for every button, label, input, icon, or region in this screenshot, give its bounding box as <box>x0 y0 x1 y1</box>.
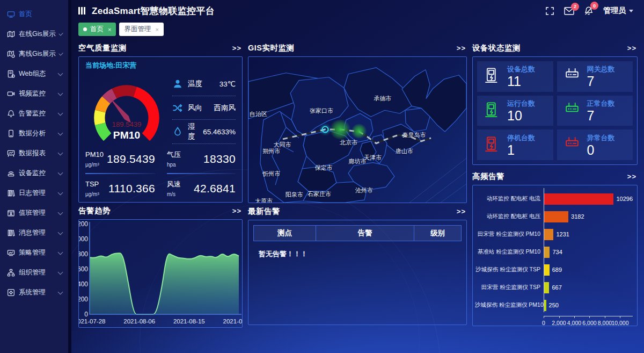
column-center: GIS实时监测 >> <box>248 40 467 353</box>
freq-bar[interactable] <box>544 193 613 205</box>
device-more-link[interactable]: >> <box>627 44 636 52</box>
sidebar-item-org[interactable]: 组织管理 <box>0 263 68 283</box>
air-panel-header: 空气质量监测 >> <box>78 41 241 55</box>
map-offline-icon <box>7 50 15 58</box>
env-stat-label: 风向 <box>188 103 202 113</box>
air-metric: 气压hpa18330 <box>167 149 236 174</box>
map-city-label: 忻州市 <box>262 169 280 177</box>
env-stat-row: 风向西南风 <box>172 96 236 120</box>
env-stat-row: 温度33℃ <box>172 72 236 96</box>
collapse-menu-icon[interactable] <box>78 7 86 15</box>
close-icon[interactable]: × <box>155 26 158 33</box>
green-glow-marker[interactable] <box>330 119 351 139</box>
sidebar-item-report[interactable]: 数据报表 <box>0 143 68 163</box>
device-card-label: 网关总数 <box>587 65 615 73</box>
books-icon <box>7 189 15 197</box>
device-card-label: 正常台数 <box>587 99 615 107</box>
device-card-value: 7 <box>587 108 595 123</box>
sidebar-item-label: 告警监控 <box>19 109 46 118</box>
charge-pile-icon <box>484 135 501 155</box>
tab-ui-manage[interactable]: 界面管理× <box>119 23 163 36</box>
dashboard-content: 空气质量监测 >> 当前场地:田宋营 <box>71 39 644 353</box>
messages-mail-icon[interactable]: 2 <box>564 7 574 15</box>
env-stat-label: 湿度 <box>188 122 198 141</box>
sidebar-item-label: 消息管理 <box>19 228 46 237</box>
svg-text:600: 600 <box>79 265 88 273</box>
gateway-icon <box>564 67 581 86</box>
messages-badge: 2 <box>571 3 579 11</box>
latest-panel-title: 最新告警 <box>248 206 280 217</box>
sidebar-nav: 首页在线Gis展示离线Gis展示Web组态视频监控告警监控数据分析数据报表设备监… <box>0 4 68 302</box>
report-board-icon <box>7 149 15 157</box>
sidebar-item-label: 组织管理 <box>19 268 46 277</box>
gis-map[interactable]: 自治区承德市张家口市秦皇岛市大同市朔州市北京市唐山市天津市廊坊市保定市忻州市阳泉… <box>248 56 467 203</box>
sidebar-item-home[interactable]: 首页 <box>0 4 68 24</box>
freq-more-link[interactable]: >> <box>627 172 636 181</box>
map-city-label: 阳泉市 <box>286 191 303 199</box>
sidebar-item-online-gis[interactable]: 在线Gis展示 <box>0 24 68 44</box>
freq-bar-label: 动环监控 配电柜 电压 <box>475 213 544 220</box>
device-status-card: 运行台数10 <box>477 96 553 126</box>
tab-home[interactable]: 首页× <box>78 23 116 36</box>
device-status-card: 网关总数7 <box>557 61 633 92</box>
trend-more-link[interactable]: >> <box>232 207 241 215</box>
sidebar-item-label: Web组态 <box>19 69 46 78</box>
sidebar-item-message[interactable]: 消息管理 <box>0 223 68 243</box>
env-stat-value: 65.4633% <box>203 128 236 136</box>
sidebar-item-duty[interactable]: 值班管理 <box>0 203 68 223</box>
sidebar-item-device[interactable]: 设备监控 <box>0 163 68 183</box>
alarm-table-header: 测点告警级别 <box>253 225 462 241</box>
map-city-label: 天津市 <box>364 153 382 161</box>
sidebar-item-label: 设备监控 <box>19 169 46 178</box>
device-card-value: 11 <box>507 74 521 89</box>
freq-bar[interactable] <box>544 211 568 222</box>
trend-panel-header: 告警趋势 >> <box>78 204 241 218</box>
alerts-bell-mute-icon[interactable]: 0 <box>584 6 594 16</box>
alarm-table-body: 暂无告警！！！ <box>253 241 462 267</box>
tab-label: 首页 <box>90 25 104 34</box>
freq-bar[interactable] <box>544 282 549 293</box>
chevron-down-icon <box>58 130 63 135</box>
latest-more-link[interactable]: >> <box>457 207 466 215</box>
station-ring-marker[interactable] <box>321 126 328 133</box>
metric-unit: µg/m³ <box>85 162 99 168</box>
metric-name: PM10 <box>85 150 104 159</box>
fullscreen-icon[interactable] <box>545 6 554 16</box>
freq-axis-tick-label: 4,000 <box>567 320 581 326</box>
chevron-down-icon <box>58 190 63 195</box>
wind-icon <box>172 103 183 113</box>
map-city-label: 张家口市 <box>310 107 333 115</box>
brand: ZedaSmart智慧物联监控平台 <box>78 5 215 17</box>
freq-bar[interactable] <box>544 264 550 276</box>
device-panel-title: 设备状态监测 <box>472 43 521 53</box>
user-menu[interactable]: 管理员 <box>603 6 633 16</box>
system-gear-icon <box>7 289 15 297</box>
map-city-label: 唐山市 <box>396 147 413 155</box>
air-more-link[interactable]: >> <box>232 44 241 52</box>
close-icon[interactable]: × <box>108 26 111 33</box>
gateway-icon <box>564 135 581 155</box>
freq-bar-value: 689 <box>552 266 562 273</box>
gis-more-link[interactable]: >> <box>457 44 466 52</box>
device-status-panel: 设备总数11网关总数7运行台数10正常台数7停机台数1异常台数0 <box>472 56 638 165</box>
freq-bar[interactable] <box>544 247 550 258</box>
sidebar-item-video[interactable]: 视频监控 <box>0 84 68 104</box>
topbar: ZedaSmart智慧物联监控平台 2 0 管理员 <box>71 0 644 21</box>
sidebar-item-offline-gis[interactable]: 离线Gis展示 <box>0 44 68 64</box>
sidebar-item-strategy[interactable]: 策略管理 <box>0 243 68 263</box>
sidebar-item-system[interactable]: 系统管理 <box>0 283 68 302</box>
app-root: 首页在线Gis展示离线Gis展示Web组态视频监控告警监控数据分析数据报表设备监… <box>0 0 644 353</box>
freq-bar[interactable] <box>544 229 553 240</box>
sidebar: 首页在线Gis展示离线Gis展示Web组态视频监控告警监控数据分析数据报表设备监… <box>0 0 71 353</box>
green-glow-marker[interactable] <box>351 124 367 138</box>
sidebar-item-analysis[interactable]: 数据分析 <box>0 124 68 143</box>
user-name: 管理员 <box>603 6 626 16</box>
sidebar-item-label: 首页 <box>19 10 32 19</box>
chevron-down-icon <box>58 90 63 96</box>
air-panel-title: 空气质量监测 <box>78 43 127 53</box>
sidebar-item-logs[interactable]: 日志管理 <box>0 183 68 203</box>
sidebar-item-alarm[interactable]: 告警监控 <box>0 104 68 124</box>
freq-bar[interactable] <box>544 300 546 311</box>
freq-bar-row: 动环监控 配电柜 电压3182 <box>475 210 633 224</box>
sidebar-item-web-scada[interactable]: Web组态 <box>0 64 68 84</box>
